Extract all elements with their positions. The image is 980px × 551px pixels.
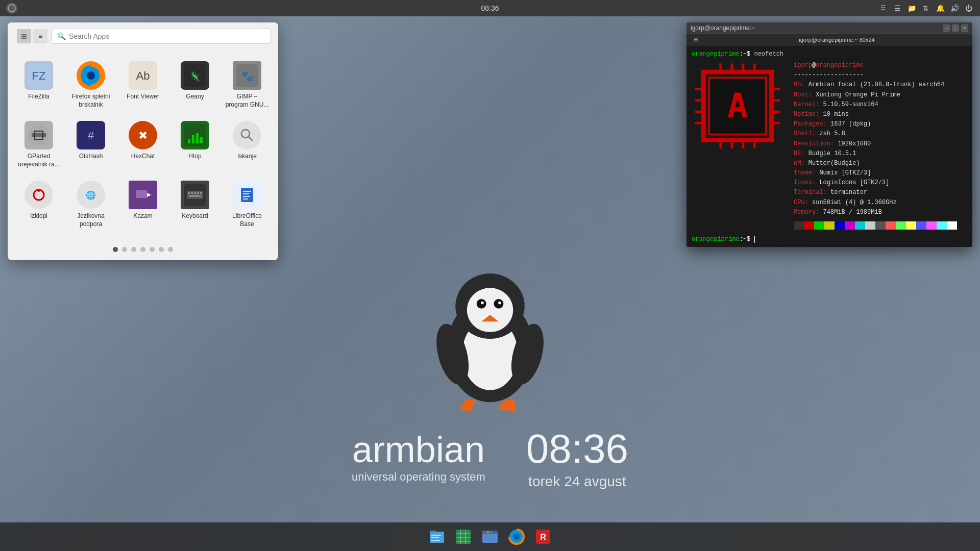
svg-marker-78 (459, 400, 476, 412)
terminal-inner-title: igorp@orangepiprime:~ 80x24 (705, 37, 968, 43)
terminal-controls: ─ □ ✕ (943, 24, 968, 32)
terminal-tab-bar: ⊞ igorp@orangepiprime:~ 80x24 (687, 34, 972, 45)
svg-text:A: A (727, 86, 748, 126)
libreoffice-label: LibreOffice Base (225, 212, 269, 228)
jezikovna-icon: 🌐 (77, 181, 105, 209)
svg-rect-22 (200, 137, 203, 143)
terminal-command: neofetch (754, 51, 783, 58)
files-icon[interactable]: 📁 (906, 3, 917, 13)
info-uptime: Uptime: 10 mins (794, 110, 967, 119)
app-item-libreoffice[interactable]: LibreOffice Base (221, 174, 273, 234)
app-item-keyboard[interactable]: Keyboard (169, 174, 221, 234)
menu-icon[interactable]: ☰ (892, 3, 902, 13)
terminal-minimize[interactable]: ─ (943, 24, 950, 32)
app-item-fontviewer[interactable]: AbFont Viewer (117, 55, 169, 115)
penguin-logo (419, 258, 561, 421)
page-dot-4[interactable] (140, 247, 145, 252)
svg-rect-41 (189, 195, 201, 197)
taskbar-spreadsheet[interactable] (452, 525, 475, 548)
gparted-label: GParted urejevalnik ra... (17, 153, 61, 168)
taskbar-browser[interactable] (479, 525, 501, 548)
hexchat-label: HexChat (131, 153, 155, 161)
svg-point-74 (498, 302, 501, 305)
app-item-htop[interactable]: Htop (169, 115, 221, 174)
terminal-maximize[interactable]: □ (952, 24, 959, 32)
svg-rect-83 (431, 537, 439, 538)
app-item-geany[interactable]: 🦎Geany (169, 55, 221, 115)
info-os: OS: Armbian focal (21.08.0-trunk) aarch6… (794, 80, 967, 90)
app-item-firefox[interactable]: Firefox spletni brskalnik (65, 55, 117, 115)
svg-point-0 (8, 5, 15, 12)
armbian-name-block: armbian universal operating system (352, 429, 485, 484)
iskanje-icon (233, 121, 261, 149)
page-dot-1[interactable] (113, 247, 118, 252)
gparted-icon (24, 121, 53, 149)
svg-text:FZ: FZ (32, 69, 46, 82)
raven-button[interactable] (6, 3, 17, 14)
htop-icon (181, 121, 209, 149)
izklopi-icon (24, 181, 53, 209)
panel-clock: 08:36 (481, 4, 499, 12)
app-item-kazam[interactable]: Kazam (117, 174, 169, 234)
info-cpu: CPU: sun50iw1 (4) @ 1.360GHz (794, 198, 967, 208)
svg-rect-32 (136, 190, 147, 198)
info-memory: Memory: 748MiB / 1989MiB (794, 208, 967, 217)
svg-rect-47 (243, 198, 248, 199)
page-dot-6[interactable] (159, 247, 164, 252)
armbian-text-block: armbian universal operating system 08:36… (352, 429, 628, 490)
info-wm: WM: Mutter(Budgie) (794, 159, 967, 168)
geany-icon: 🦎 (181, 61, 209, 90)
htop-label: Htop (188, 153, 201, 161)
app-item-gparted[interactable]: GParted urejevalnik ra... (13, 115, 65, 174)
info-theme: Theme: Numix [GTK2/3] (794, 168, 967, 178)
svg-rect-19 (188, 139, 190, 143)
jezikovna-label: Jezikovna podpora (69, 212, 113, 228)
search-container: 🔍 (52, 29, 271, 44)
app-item-iskanje[interactable]: Iskanje (221, 115, 273, 174)
svg-rect-21 (196, 133, 199, 143)
app-item-jezikovna[interactable]: 🌐Jezikovna podpora (65, 174, 117, 234)
terminal-body[interactable]: orangepiprime:~$ neofetch A (687, 45, 972, 247)
app-item-izklopi[interactable]: Izklopi (13, 174, 65, 234)
svg-text:🐾: 🐾 (241, 70, 254, 82)
page-dot-2[interactable] (122, 247, 127, 252)
svg-point-73 (481, 302, 484, 305)
neofetch-logo: A (692, 61, 783, 230)
taskbar-red-app[interactable]: R (532, 525, 554, 548)
dots-icon[interactable]: ⠿ (878, 3, 888, 13)
grid-view-button[interactable]: ⊞ (17, 29, 31, 43)
svg-text:R: R (540, 533, 546, 541)
info-host: Host: Xunlong Orange Pi Prime (794, 90, 967, 100)
terminal-close[interactable]: ✕ (961, 24, 968, 32)
page-dot-3[interactable] (131, 247, 136, 252)
clock-block: 08:36 torek 24 avgust (526, 429, 628, 490)
desktop-clock-date: torek 24 avgust (526, 473, 628, 490)
svg-text:✖: ✖ (138, 129, 148, 142)
armbian-branding: armbian universal operating system 08:36… (352, 258, 628, 490)
svg-rect-46 (243, 196, 250, 197)
gimp-label: GIMP – program GNU... (225, 93, 269, 109)
taskbar-firefox[interactable] (505, 525, 528, 548)
page-dot-5[interactable] (150, 247, 155, 252)
volume-icon[interactable]: 🔊 (949, 3, 960, 13)
bell-icon[interactable]: 🔔 (935, 3, 945, 13)
svg-point-4 (87, 71, 95, 80)
info-de: DE: Budgie 10.5.1 (794, 149, 967, 159)
page-dot-7[interactable] (168, 247, 173, 252)
svg-point-94 (487, 531, 489, 533)
svg-rect-38 (194, 192, 196, 194)
list-view-button[interactable]: ≡ (33, 29, 47, 43)
svg-rect-44 (243, 191, 251, 192)
app-item-hexchat[interactable]: ✖HexChat (117, 115, 169, 174)
terminal-window: igorp@orangepiprime:~ ─ □ ✕ ⊞ igorp@oran… (687, 22, 972, 247)
taskbar-files[interactable] (426, 525, 448, 548)
info-packages: Packages: 1637 (dpkg) (794, 119, 967, 129)
network-icon[interactable]: ⇅ (921, 3, 931, 13)
search-input[interactable] (69, 32, 265, 40)
app-item-gtkhash[interactable]: #GtkHash (65, 115, 117, 174)
info-resolution: Resolution: 980x551 (794, 139, 967, 149)
app-item-filezilla[interactable]: FZFileZilla (13, 55, 65, 115)
app-item-gimp[interactable]: 🐾GIMP – program GNU... (221, 55, 273, 115)
power-icon[interactable]: ⏻ (964, 3, 974, 13)
terminal-prompt-line: orangepiprime:~$ neofetch (692, 49, 967, 59)
